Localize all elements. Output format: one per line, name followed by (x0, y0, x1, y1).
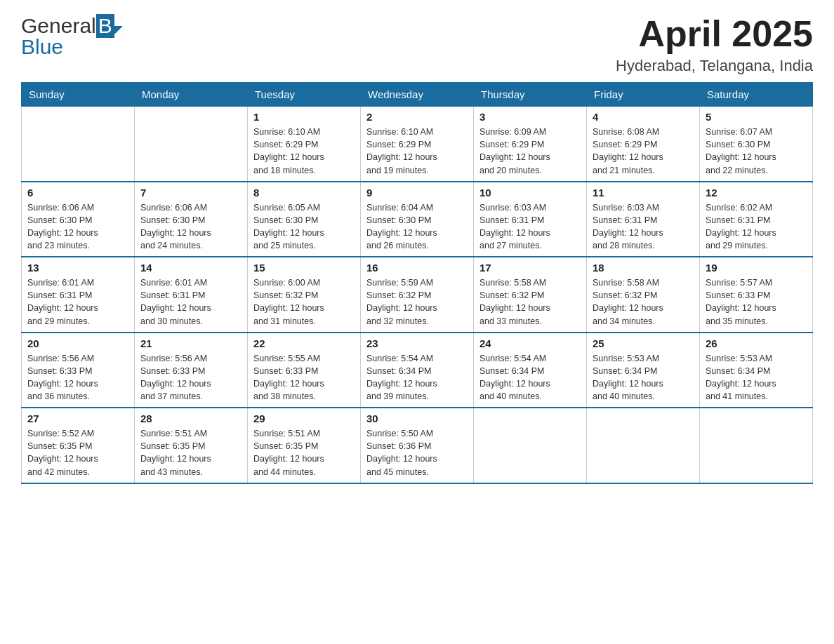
calendar-cell: 8Sunrise: 6:05 AM Sunset: 6:30 PM Daylig… (248, 182, 361, 257)
day-number: 9 (366, 187, 468, 199)
calendar-cell: 16Sunrise: 5:59 AM Sunset: 6:32 PM Dayli… (361, 257, 474, 333)
calendar-week-row: 20Sunrise: 5:56 AM Sunset: 6:33 PM Dayli… (22, 333, 813, 408)
day-info: Sunrise: 5:57 AM Sunset: 6:33 PM Dayligh… (706, 276, 807, 328)
day-info: Sunrise: 6:09 AM Sunset: 6:29 PM Dayligh… (479, 126, 581, 177)
day-info: Sunrise: 5:56 AM Sunset: 6:33 PM Dayligh… (140, 352, 241, 403)
calendar-cell: 24Sunrise: 5:54 AM Sunset: 6:34 PM Dayli… (474, 333, 587, 408)
weekday-header-wednesday: Wednesday (361, 83, 474, 107)
weekday-header-sunday: Sunday (22, 83, 135, 107)
calendar-cell: 6Sunrise: 6:06 AM Sunset: 6:30 PM Daylig… (22, 182, 135, 257)
calendar-body: 1Sunrise: 6:10 AM Sunset: 6:29 PM Daylig… (22, 107, 813, 483)
page-header: General B Blue April 2025 Hyderabad, Tel… (21, 14, 813, 75)
day-number: 21 (140, 337, 241, 349)
calendar-cell: 27Sunrise: 5:52 AM Sunset: 6:35 PM Dayli… (22, 408, 135, 483)
day-number: 22 (253, 337, 355, 349)
day-number: 7 (140, 187, 241, 199)
calendar-cell: 7Sunrise: 6:06 AM Sunset: 6:30 PM Daylig… (135, 182, 248, 257)
day-info: Sunrise: 5:58 AM Sunset: 6:32 PM Dayligh… (593, 276, 694, 328)
day-info: Sunrise: 5:51 AM Sunset: 6:35 PM Dayligh… (253, 427, 355, 478)
calendar-cell: 30Sunrise: 5:50 AM Sunset: 6:36 PM Dayli… (361, 408, 474, 483)
calendar-cell: 21Sunrise: 5:56 AM Sunset: 6:33 PM Dayli… (135, 333, 248, 408)
calendar-cell: 25Sunrise: 5:53 AM Sunset: 6:34 PM Dayli… (587, 333, 700, 408)
day-number: 17 (479, 262, 581, 274)
day-number: 1 (253, 111, 355, 123)
calendar-cell (22, 107, 135, 182)
day-number: 23 (366, 337, 468, 349)
day-info: Sunrise: 6:07 AM Sunset: 6:30 PM Dayligh… (706, 126, 807, 177)
day-info: Sunrise: 5:50 AM Sunset: 6:36 PM Dayligh… (366, 427, 468, 478)
day-info: Sunrise: 5:54 AM Sunset: 6:34 PM Dayligh… (479, 352, 581, 403)
day-number: 25 (593, 337, 694, 349)
calendar-cell: 4Sunrise: 6:08 AM Sunset: 6:29 PM Daylig… (587, 107, 700, 182)
day-info: Sunrise: 6:08 AM Sunset: 6:29 PM Dayligh… (593, 126, 694, 177)
weekday-header-saturday: Saturday (700, 83, 813, 107)
calendar-cell: 17Sunrise: 5:58 AM Sunset: 6:32 PM Dayli… (474, 257, 587, 333)
calendar-cell (474, 408, 587, 483)
day-info: Sunrise: 5:58 AM Sunset: 6:32 PM Dayligh… (479, 276, 581, 328)
logo: General B Blue (21, 14, 123, 59)
calendar-cell (700, 408, 813, 483)
day-info: Sunrise: 6:03 AM Sunset: 6:31 PM Dayligh… (479, 201, 581, 253)
day-number: 30 (366, 412, 468, 424)
day-info: Sunrise: 6:06 AM Sunset: 6:30 PM Dayligh… (27, 201, 128, 253)
day-info: Sunrise: 6:02 AM Sunset: 6:31 PM Dayligh… (706, 201, 807, 253)
day-info: Sunrise: 6:05 AM Sunset: 6:30 PM Dayligh… (253, 201, 355, 253)
day-info: Sunrise: 5:53 AM Sunset: 6:34 PM Dayligh… (593, 352, 694, 403)
day-number: 18 (593, 262, 694, 274)
day-number: 28 (140, 412, 241, 424)
day-number: 6 (27, 187, 128, 199)
calendar-cell: 10Sunrise: 6:03 AM Sunset: 6:31 PM Dayli… (474, 182, 587, 257)
calendar-cell (135, 107, 248, 182)
calendar-header: SundayMondayTuesdayWednesdayThursdayFrid… (22, 83, 813, 107)
day-number: 12 (706, 187, 807, 199)
day-number: 14 (140, 262, 241, 274)
page-subtitle: Hyderabad, Telangana, India (616, 57, 813, 75)
day-info: Sunrise: 6:01 AM Sunset: 6:31 PM Dayligh… (140, 276, 241, 328)
logo-blue-background: B (96, 14, 114, 38)
day-number: 8 (253, 187, 355, 199)
day-number: 4 (593, 111, 694, 123)
day-number: 24 (479, 337, 581, 349)
calendar-cell: 5Sunrise: 6:07 AM Sunset: 6:30 PM Daylig… (700, 107, 813, 182)
day-info: Sunrise: 6:10 AM Sunset: 6:29 PM Dayligh… (366, 126, 468, 177)
day-number: 15 (253, 262, 355, 274)
day-info: Sunrise: 6:00 AM Sunset: 6:32 PM Dayligh… (253, 276, 355, 328)
logo-general-text: General (21, 14, 96, 38)
day-number: 20 (27, 337, 128, 349)
page-title: April 2025 (616, 14, 813, 54)
calendar-cell: 1Sunrise: 6:10 AM Sunset: 6:29 PM Daylig… (248, 107, 361, 182)
logo-arrow-icon (114, 26, 123, 35)
calendar-cell: 2Sunrise: 6:10 AM Sunset: 6:29 PM Daylig… (361, 107, 474, 182)
calendar-cell: 11Sunrise: 6:03 AM Sunset: 6:31 PM Dayli… (587, 182, 700, 257)
weekday-header-tuesday: Tuesday (248, 83, 361, 107)
day-number: 13 (27, 262, 128, 274)
calendar-cell: 29Sunrise: 5:51 AM Sunset: 6:35 PM Dayli… (248, 408, 361, 483)
day-number: 3 (479, 111, 581, 123)
day-info: Sunrise: 6:04 AM Sunset: 6:30 PM Dayligh… (366, 201, 468, 253)
weekday-header-monday: Monday (135, 83, 248, 107)
day-number: 19 (706, 262, 807, 274)
calendar-cell: 23Sunrise: 5:54 AM Sunset: 6:34 PM Dayli… (361, 333, 474, 408)
day-info: Sunrise: 5:56 AM Sunset: 6:33 PM Dayligh… (27, 352, 128, 403)
calendar-cell: 9Sunrise: 6:04 AM Sunset: 6:30 PM Daylig… (361, 182, 474, 257)
weekday-header-thursday: Thursday (474, 83, 587, 107)
day-info: Sunrise: 6:06 AM Sunset: 6:30 PM Dayligh… (140, 201, 241, 253)
logo-blue-text: Blue (21, 35, 63, 58)
calendar-cell (587, 408, 700, 483)
day-info: Sunrise: 6:10 AM Sunset: 6:29 PM Dayligh… (253, 126, 355, 177)
day-info: Sunrise: 5:53 AM Sunset: 6:34 PM Dayligh… (706, 352, 807, 403)
calendar-week-row: 13Sunrise: 6:01 AM Sunset: 6:31 PM Dayli… (22, 257, 813, 333)
calendar-cell: 15Sunrise: 6:00 AM Sunset: 6:32 PM Dayli… (248, 257, 361, 333)
calendar-cell: 13Sunrise: 6:01 AM Sunset: 6:31 PM Dayli… (22, 257, 135, 333)
title-block: April 2025 Hyderabad, Telangana, India (616, 14, 813, 75)
calendar-table: SundayMondayTuesdayWednesdayThursdayFrid… (21, 82, 813, 484)
day-number: 29 (253, 412, 355, 424)
calendar-cell: 3Sunrise: 6:09 AM Sunset: 6:29 PM Daylig… (474, 107, 587, 182)
day-info: Sunrise: 5:52 AM Sunset: 6:35 PM Dayligh… (27, 427, 128, 478)
calendar-cell: 20Sunrise: 5:56 AM Sunset: 6:33 PM Dayli… (22, 333, 135, 408)
calendar-cell: 28Sunrise: 5:51 AM Sunset: 6:35 PM Dayli… (135, 408, 248, 483)
weekday-header-row: SundayMondayTuesdayWednesdayThursdayFrid… (22, 83, 813, 107)
day-info: Sunrise: 6:03 AM Sunset: 6:31 PM Dayligh… (593, 201, 694, 253)
day-info: Sunrise: 5:55 AM Sunset: 6:33 PM Dayligh… (253, 352, 355, 403)
weekday-header-friday: Friday (587, 83, 700, 107)
